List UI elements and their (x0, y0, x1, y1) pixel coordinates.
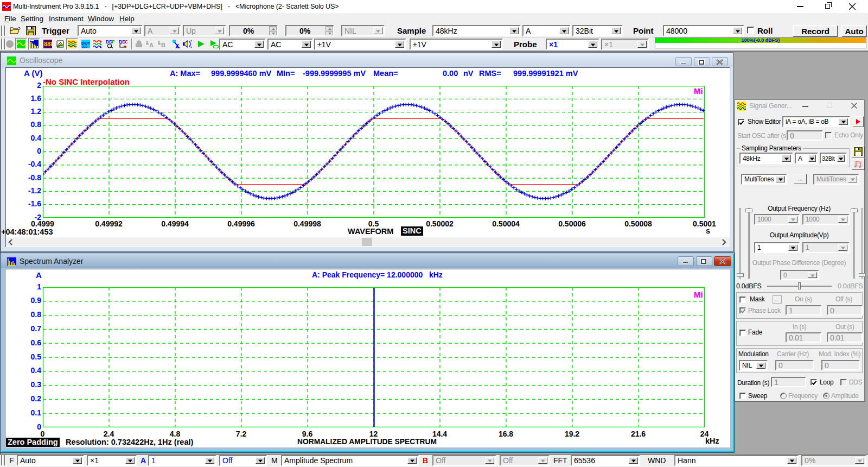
svg-text:000: 000 (82, 45, 88, 48)
svg-text:B: B (161, 42, 165, 48)
svg-text:C: C (125, 40, 127, 45)
svg-text:Mi: Mi (694, 86, 703, 96)
svg-text:888: 888 (44, 41, 52, 47)
svg-text:A: A (149, 42, 154, 48)
svg-text:P: P (112, 40, 114, 45)
svg-text:Mi: Mi (694, 290, 703, 299)
